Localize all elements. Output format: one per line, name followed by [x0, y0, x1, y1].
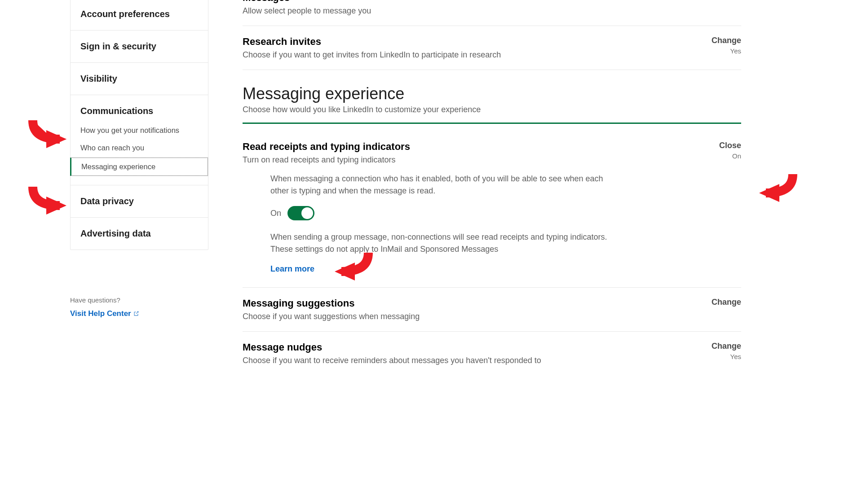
setting-value: On	[705, 152, 741, 160]
setting-desc: Choose if you want to get invites from L…	[243, 50, 696, 60]
setting-desc: Turn on read receipts and typing indicat…	[243, 155, 696, 165]
setting-row-read-receipts: Read receipts and typing indicators Turn…	[243, 131, 741, 165]
external-link-icon	[133, 311, 139, 317]
sidebar-sub-who-can-reach[interactable]: Who can reach you	[71, 139, 208, 157]
learn-more-link[interactable]: Learn more	[270, 264, 314, 273]
setting-value: Yes	[705, 353, 741, 360]
setting-action[interactable]: Change	[705, 36, 741, 45]
section-header-messaging-experience: Messaging experience Choose how would yo…	[243, 84, 741, 131]
settings-sidebar: Account preferences Sign in & security V…	[70, 0, 208, 250]
setting-title: Messages	[243, 0, 696, 4]
sidebar-help: Have questions? Visit Help Center	[70, 296, 139, 318]
sidebar-sub-messaging-experience[interactable]: Messaging experience	[70, 158, 208, 176]
read-receipts-expanded-body: When messaging a connection who has it e…	[243, 165, 621, 274]
svg-marker-1	[46, 197, 66, 215]
sidebar-item-advertising-data[interactable]: Advertising data	[71, 218, 208, 250]
section-divider	[243, 123, 741, 124]
section-subheading: Choose how would you like LinkedIn to cu…	[243, 105, 741, 114]
sidebar-item-sign-in-security[interactable]: Sign in & security	[71, 31, 208, 63]
read-receipts-body2: When sending a group message, non-connec…	[270, 231, 621, 255]
help-question-text: Have questions?	[70, 296, 139, 304]
setting-row-messages[interactable]: Messages Allow select people to message …	[243, 0, 741, 26]
svg-marker-3	[759, 184, 779, 202]
sidebar-item-data-privacy[interactable]: Data privacy	[71, 185, 208, 218]
setting-value: Yes	[705, 47, 741, 55]
sidebar-item-account-preferences[interactable]: Account preferences	[71, 0, 208, 31]
setting-desc: Choose if you want suggestions when mess…	[243, 312, 696, 321]
setting-title: Research invites	[243, 36, 696, 48]
setting-action[interactable]: Change	[705, 342, 741, 351]
settings-main: Messages Allow select people to message …	[243, 0, 741, 375]
help-link-label: Visit Help Center	[70, 309, 131, 318]
read-receipts-toggle[interactable]	[287, 206, 314, 220]
setting-value: InMail	[705, 0, 741, 1]
annotation-arrow-messaging-exp	[13, 183, 66, 219]
read-receipts-body1: When messaging a connection who has it e…	[270, 173, 621, 197]
setting-action[interactable]: Change	[705, 298, 741, 307]
svg-marker-0	[46, 130, 66, 148]
setting-row-messaging-suggestions[interactable]: Messaging suggestions Choose if you want…	[243, 288, 741, 332]
sidebar-sub-notifications[interactable]: How you get your notifications	[71, 122, 208, 139]
sidebar-item-visibility[interactable]: Visibility	[71, 63, 208, 95]
toggle-knob	[301, 207, 313, 219]
setting-title: Messaging suggestions	[243, 298, 696, 309]
setting-title: Read receipts and typing indicators	[243, 141, 696, 153]
setting-row-research-invites[interactable]: Research invites Choose if you want to g…	[243, 26, 741, 70]
close-action[interactable]: Close	[705, 141, 741, 150]
section-heading: Messaging experience	[243, 84, 741, 103]
setting-row-message-nudges[interactable]: Message nudges Choose if you want to rec…	[243, 332, 741, 375]
annotation-arrow-communications	[13, 117, 66, 153]
annotation-arrow-close	[759, 171, 813, 206]
toggle-state-label: On	[270, 209, 281, 218]
setting-desc: Allow select people to message you	[243, 6, 696, 16]
setting-desc: Choose if you want to receive reminders …	[243, 356, 696, 365]
sidebar-item-communications[interactable]: Communications	[71, 95, 208, 116]
visit-help-center-link[interactable]: Visit Help Center	[70, 309, 139, 318]
setting-title: Message nudges	[243, 342, 696, 353]
